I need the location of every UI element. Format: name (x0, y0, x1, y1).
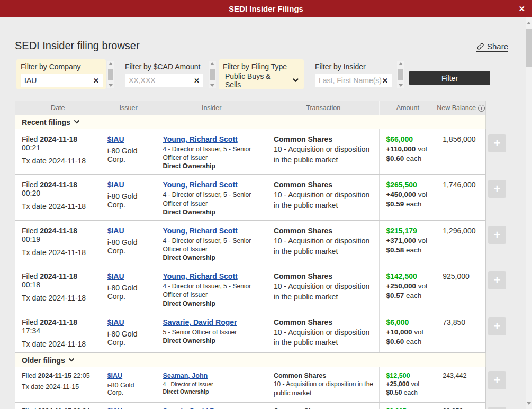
new-balance-cell: 1,296,000 (436, 221, 485, 266)
scrollbar-thumb[interactable] (398, 69, 403, 80)
scroll-down-icon[interactable] (399, 84, 403, 87)
date-cell: Filed 2024-11-15 22:05 Tx date 2024-11-1… (15, 367, 101, 402)
insider-name-link[interactable]: Young, Richard Scott (163, 226, 237, 235)
ownership-type: Direct Ownership (163, 162, 263, 170)
filed-date: Filed 2024-11-18 00:20 (22, 180, 96, 197)
insider-cell: Young, Richard Scott 4 - Director of Iss… (156, 175, 267, 220)
filed-date: Filed 2024-11-18 00:19 (22, 226, 96, 243)
filing-type-select[interactable]: Public Buys & Sells (223, 74, 301, 87)
insider-name-link[interactable]: Young, Richard Scott (163, 180, 237, 189)
cad-amount-filter-input[interactable]: XX,XXX ✕ (125, 74, 203, 87)
date-cell: Filed 2024-11-18 17:34 Tx date 2024-11-1… (15, 312, 101, 353)
clear-amount-icon[interactable]: ✕ (194, 77, 200, 85)
filing-type-value: Public Buys & Sells (225, 72, 287, 89)
amount-value: $142,500 (386, 272, 431, 280)
insider-name-link[interactable]: Savarie, David Roger (163, 318, 237, 326)
info-icon[interactable]: i (478, 105, 485, 112)
insider-list-scrollbar[interactable] (397, 61, 404, 88)
filing-type-filter-label: Filter by Filing Type (223, 62, 301, 71)
insider-name-link[interactable]: Seaman, John (163, 372, 208, 379)
issuer-name: i-80 Gold Corp. (107, 381, 152, 396)
insider-cell: Young, Richard Scott 4 - Director of Iss… (156, 221, 267, 266)
company-filter-input[interactable]: IAU ✕ (21, 74, 103, 87)
insider-filter-input[interactable]: Last, First Name(s) ✕ (315, 74, 392, 87)
new-balance-cell: 243,442 (436, 367, 485, 402)
issuer-ticker-link[interactable]: $IAU (107, 135, 124, 143)
chevron-down-icon (293, 78, 299, 83)
insider-name-link[interactable]: Young, Richard Scott (163, 272, 237, 280)
share-link[interactable]: Share (476, 42, 508, 52)
tx-date: Tx date 2024-11-18 (22, 248, 96, 257)
amount-cell: $66,000 +110,000 vol $0.60 each (380, 129, 436, 174)
section-header[interactable]: Older filings (15, 353, 486, 367)
issuer-cell: $IAU i-80 Gold Corp. (101, 175, 157, 220)
scroll-up-icon[interactable] (399, 62, 403, 65)
new-balance-value: 1,296,000 (443, 226, 475, 235)
issuer-ticker-link[interactable]: $IAU (107, 226, 124, 235)
close-icon[interactable]: ✕ (518, 4, 525, 14)
filing-row: Filed 2024-11-18 00:21 Tx date 2024-11-1… (15, 129, 517, 175)
issuer-ticker-link[interactable]: $IAU (107, 372, 122, 379)
scrollbar-thumb[interactable] (526, 29, 532, 67)
insider-cell: Savarie, David Roger 5 - Senior Officer … (156, 312, 267, 353)
filter-button[interactable]: Filter (409, 71, 490, 85)
price-line: $0.59 each (386, 200, 431, 208)
scroll-up-icon[interactable] (527, 22, 531, 24)
filed-date: Filed 2024-11-18 00:18 (22, 272, 96, 289)
amount-list-scrollbar[interactable] (209, 61, 216, 88)
section-label: Older filings (22, 356, 65, 365)
security-name: Common Shares (274, 226, 375, 235)
filing-row: Filed 2024-11-18 00:19 Tx date 2024-11-1… (15, 221, 517, 266)
scrollbar-thumb[interactable] (108, 69, 113, 80)
expand-row-button[interactable]: + (488, 407, 506, 409)
insider-cell: Young, Richard Scott 4 - Director of Iss… (156, 266, 267, 311)
volume-line: +25,000 vol (386, 380, 431, 388)
tx-date: Tx date 2024-11-15 (22, 383, 96, 390)
amount-cell: $12,500 +25,000 vol $0.50 each (380, 367, 436, 402)
issuer-cell: $IAU i-80 Gold Corp. (101, 367, 157, 402)
vertical-scrollbar[interactable] (526, 17, 532, 409)
expand-row-button[interactable]: + (488, 317, 506, 335)
transaction-cell: Common Shares 10 - Acquisition or dispos… (267, 403, 380, 409)
issuer-cell: $IAU i-80 Gold Corp. (101, 129, 157, 174)
company-list-scrollbar[interactable] (107, 61, 114, 88)
issuer-ticker-link[interactable]: $IAU (107, 272, 124, 280)
price-line: $0.50 each (386, 389, 431, 396)
issuer-ticker-link[interactable]: $IAU (107, 180, 124, 189)
expand-row-button[interactable]: + (488, 371, 506, 389)
issuer-ticker-link[interactable]: $IAU (107, 318, 124, 326)
tx-date: Tx date 2024-11-18 (22, 202, 96, 211)
insider-cell: Young, Richard Scott 4 - Director of Iss… (156, 129, 267, 174)
scroll-down-icon[interactable] (527, 402, 531, 405)
transaction-type: 10 - Acquisition or disposition in the p… (274, 380, 375, 398)
clear-insider-icon[interactable]: ✕ (382, 77, 388, 85)
expand-row-button[interactable]: + (488, 226, 506, 244)
scroll-down-icon[interactable] (109, 84, 113, 87)
filed-date: Filed 2024-11-15 22:05 (22, 372, 96, 379)
new-balance-cell: 73,850 (436, 312, 485, 353)
new-balance-cell: 1,856,000 (436, 129, 485, 174)
amount-value: $6,000 (386, 318, 431, 326)
insider-name-link[interactable]: Young, Richard Scott (163, 135, 237, 143)
tx-date: Tx date 2024-11-18 (22, 340, 96, 348)
clear-company-icon[interactable]: ✕ (93, 77, 99, 85)
volume-line: +10,000 vol (386, 328, 431, 336)
issuer-name: i-80 Gold Corp. (107, 284, 152, 301)
tx-date: Tx date 2024-11-18 (22, 157, 96, 165)
expand-row-button[interactable]: + (488, 134, 506, 152)
scroll-down-icon[interactable] (210, 84, 214, 87)
scroll-up-icon[interactable] (109, 62, 113, 65)
filter-row: Filter by Company IAU ✕ Filter by $CAD A… (15, 59, 517, 89)
amount-cell: $8,925 +17,500 vol $0.51 each (380, 403, 436, 409)
security-name: Common Shares (274, 135, 375, 143)
expand-row-button[interactable]: + (488, 271, 506, 289)
issuer-name: i-80 Gold Corp. (107, 192, 152, 209)
scrollbar-thumb[interactable] (210, 69, 215, 80)
expand-row-button[interactable]: + (488, 180, 506, 198)
transaction-type: 10 - Acquisition or disposition in the p… (274, 281, 375, 303)
scroll-up-icon[interactable] (210, 62, 214, 65)
transaction-cell: Common Shares 10 - Acquisition or dispos… (267, 312, 380, 353)
insider-roles: 5 - Senior Officer of Issuer (163, 328, 263, 337)
share-label: Share (487, 42, 508, 51)
section-header[interactable]: Recent filings (15, 115, 486, 129)
